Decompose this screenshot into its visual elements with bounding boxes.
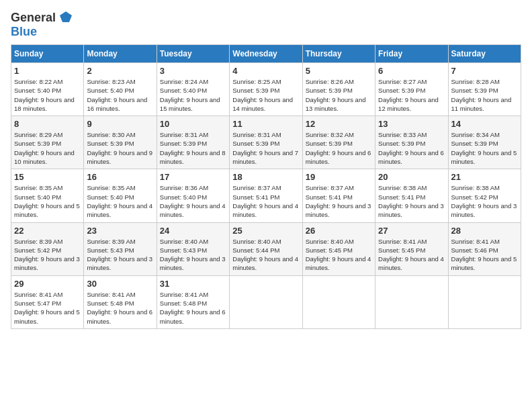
day-cell-2: 2Sunrise: 8:23 AMSunset: 5:40 PMDaylight… [84, 63, 157, 116]
day-cell-23: 23Sunrise: 8:39 AMSunset: 5:43 PMDayligh… [84, 222, 157, 275]
day-info: Sunrise: 8:41 AMSunset: 5:47 PMDaylight:… [14, 290, 81, 326]
day-number: 29 [14, 279, 81, 289]
day-number: 18 [232, 172, 299, 182]
day-cell-13: 13Sunrise: 8:33 AMSunset: 5:39 PMDayligh… [375, 116, 448, 169]
calendar-table: SundayMondayTuesdayWednesdayThursdayFrid… [11, 44, 521, 329]
day-number: 15 [14, 172, 81, 182]
svg-marker-0 [60, 11, 72, 22]
calendar-week-1: 1Sunrise: 8:22 AMSunset: 5:40 PMDaylight… [11, 63, 521, 116]
logo-general-text: General [11, 11, 56, 25]
day-cell-7: 7Sunrise: 8:28 AMSunset: 5:39 PMDaylight… [448, 63, 521, 116]
day-number: 20 [378, 172, 445, 182]
day-number: 9 [87, 119, 153, 129]
day-number: 31 [160, 279, 226, 289]
calendar-week-5: 29Sunrise: 8:41 AMSunset: 5:47 PMDayligh… [11, 275, 521, 328]
day-number: 4 [232, 66, 299, 76]
day-info: Sunrise: 8:32 AMSunset: 5:39 PMDaylight:… [306, 130, 372, 166]
day-number: 2 [87, 66, 153, 76]
day-number: 17 [160, 172, 226, 182]
day-info: Sunrise: 8:28 AMSunset: 5:39 PMDaylight:… [451, 77, 518, 113]
day-cell-15: 15Sunrise: 8:35 AMSunset: 5:40 PMDayligh… [11, 169, 84, 222]
day-cell-17: 17Sunrise: 8:36 AMSunset: 5:40 PMDayligh… [157, 169, 229, 222]
day-cell-24: 24Sunrise: 8:40 AMSunset: 5:43 PMDayligh… [157, 222, 229, 275]
day-number: 12 [306, 119, 372, 129]
day-cell-10: 10Sunrise: 8:31 AMSunset: 5:39 PMDayligh… [157, 116, 229, 169]
day-info: Sunrise: 8:23 AMSunset: 5:40 PMDaylight:… [87, 77, 153, 113]
day-cell-16: 16Sunrise: 8:35 AMSunset: 5:40 PMDayligh… [84, 169, 157, 222]
calendar-header-wednesday: Wednesday [230, 45, 302, 63]
day-info: Sunrise: 8:24 AMSunset: 5:40 PMDaylight:… [160, 77, 226, 113]
day-number: 1 [14, 66, 81, 76]
day-cell-21: 21Sunrise: 8:38 AMSunset: 5:42 PMDayligh… [448, 169, 521, 222]
logo-blue-text: Blue [11, 25, 37, 38]
day-cell-14: 14Sunrise: 8:34 AMSunset: 5:39 PMDayligh… [448, 116, 521, 169]
day-cell-4: 4Sunrise: 8:25 AMSunset: 5:39 PMDaylight… [230, 63, 302, 116]
day-cell-11: 11Sunrise: 8:31 AMSunset: 5:39 PMDayligh… [230, 116, 302, 169]
day-info: Sunrise: 8:41 AMSunset: 5:46 PMDaylight:… [451, 237, 518, 273]
day-cell-5: 5Sunrise: 8:26 AMSunset: 5:39 PMDaylight… [302, 63, 375, 116]
day-info: Sunrise: 8:39 AMSunset: 5:42 PMDaylight:… [14, 237, 81, 273]
calendar-week-3: 15Sunrise: 8:35 AMSunset: 5:40 PMDayligh… [11, 169, 521, 222]
day-info: Sunrise: 8:30 AMSunset: 5:39 PMDaylight:… [87, 130, 153, 166]
day-info: Sunrise: 8:36 AMSunset: 5:40 PMDaylight:… [160, 183, 226, 219]
day-info: Sunrise: 8:41 AMSunset: 5:45 PMDaylight:… [378, 237, 445, 273]
day-cell-3: 3Sunrise: 8:24 AMSunset: 5:40 PMDaylight… [157, 63, 229, 116]
calendar-header-thursday: Thursday [302, 45, 375, 63]
day-info: Sunrise: 8:38 AMSunset: 5:42 PMDaylight:… [451, 183, 518, 219]
day-cell-6: 6Sunrise: 8:27 AMSunset: 5:39 PMDaylight… [375, 63, 448, 116]
day-cell-22: 22Sunrise: 8:39 AMSunset: 5:42 PMDayligh… [11, 222, 84, 275]
day-info: Sunrise: 8:35 AMSunset: 5:40 PMDaylight:… [14, 183, 81, 219]
day-info: Sunrise: 8:40 AMSunset: 5:43 PMDaylight:… [160, 237, 226, 273]
day-number: 19 [306, 172, 372, 182]
day-number: 3 [160, 66, 226, 76]
day-number: 10 [160, 119, 226, 129]
calendar-header-row: SundayMondayTuesdayWednesdayThursdayFrid… [11, 45, 521, 63]
day-info: Sunrise: 8:34 AMSunset: 5:39 PMDaylight:… [451, 130, 518, 166]
day-cell-8: 8Sunrise: 8:29 AMSunset: 5:39 PMDaylight… [11, 116, 84, 169]
day-info: Sunrise: 8:31 AMSunset: 5:39 PMDaylight:… [160, 130, 226, 166]
day-cell-12: 12Sunrise: 8:32 AMSunset: 5:39 PMDayligh… [302, 116, 375, 169]
page-header: General Blue [11, 11, 521, 39]
day-number: 7 [451, 66, 518, 76]
empty-cell [448, 275, 521, 328]
day-number: 5 [306, 66, 372, 76]
day-cell-1: 1Sunrise: 8:22 AMSunset: 5:40 PMDaylight… [11, 63, 84, 116]
calendar-header-saturday: Saturday [448, 45, 521, 63]
day-number: 30 [87, 279, 153, 289]
day-info: Sunrise: 8:22 AMSunset: 5:40 PMDaylight:… [14, 77, 81, 113]
day-cell-28: 28Sunrise: 8:41 AMSunset: 5:46 PMDayligh… [448, 222, 521, 275]
day-info: Sunrise: 8:31 AMSunset: 5:39 PMDaylight:… [232, 130, 299, 166]
calendar-body: 1Sunrise: 8:22 AMSunset: 5:40 PMDaylight… [11, 63, 521, 329]
day-number: 27 [378, 226, 445, 236]
day-cell-26: 26Sunrise: 8:40 AMSunset: 5:45 PMDayligh… [302, 222, 375, 275]
day-info: Sunrise: 8:27 AMSunset: 5:39 PMDaylight:… [378, 77, 445, 113]
calendar-week-2: 8Sunrise: 8:29 AMSunset: 5:39 PMDaylight… [11, 116, 521, 169]
day-cell-29: 29Sunrise: 8:41 AMSunset: 5:47 PMDayligh… [11, 275, 84, 328]
day-number: 16 [87, 172, 153, 182]
day-number: 23 [87, 226, 153, 236]
day-info: Sunrise: 8:41 AMSunset: 5:48 PMDaylight:… [87, 290, 153, 326]
day-number: 28 [451, 226, 518, 236]
day-info: Sunrise: 8:26 AMSunset: 5:39 PMDaylight:… [306, 77, 372, 113]
day-info: Sunrise: 8:38 AMSunset: 5:41 PMDaylight:… [378, 183, 445, 219]
day-cell-30: 30Sunrise: 8:41 AMSunset: 5:48 PMDayligh… [84, 275, 157, 328]
day-cell-25: 25Sunrise: 8:40 AMSunset: 5:44 PMDayligh… [230, 222, 302, 275]
day-info: Sunrise: 8:35 AMSunset: 5:40 PMDaylight:… [87, 183, 153, 219]
day-info: Sunrise: 8:37 AMSunset: 5:41 PMDaylight:… [306, 183, 372, 219]
day-number: 13 [378, 119, 445, 129]
day-number: 26 [306, 226, 372, 236]
day-number: 8 [14, 119, 81, 129]
day-info: Sunrise: 8:25 AMSunset: 5:39 PMDaylight:… [232, 77, 299, 113]
calendar-header-monday: Monday [84, 45, 157, 63]
day-cell-20: 20Sunrise: 8:38 AMSunset: 5:41 PMDayligh… [375, 169, 448, 222]
logo-flag-icon [58, 10, 73, 25]
logo: General Blue [11, 11, 73, 39]
day-info: Sunrise: 8:40 AMSunset: 5:44 PMDaylight:… [232, 237, 299, 273]
day-cell-27: 27Sunrise: 8:41 AMSunset: 5:45 PMDayligh… [375, 222, 448, 275]
calendar-header-friday: Friday [375, 45, 448, 63]
day-number: 11 [232, 119, 299, 129]
empty-cell [375, 275, 448, 328]
day-number: 6 [378, 66, 445, 76]
day-cell-19: 19Sunrise: 8:37 AMSunset: 5:41 PMDayligh… [302, 169, 375, 222]
day-cell-18: 18Sunrise: 8:37 AMSunset: 5:41 PMDayligh… [230, 169, 302, 222]
